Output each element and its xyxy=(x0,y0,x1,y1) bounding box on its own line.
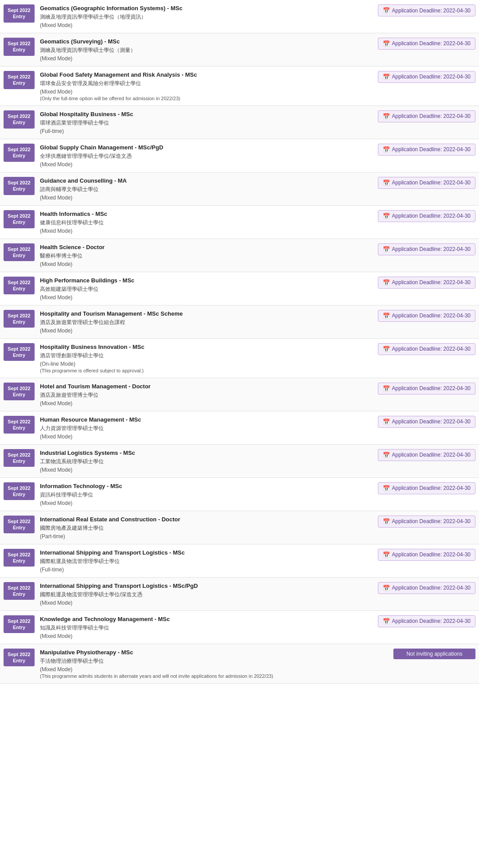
program-info: Hospitality Business Innovation - MSc酒店管… xyxy=(40,343,373,373)
program-title-zh: 手法物理治療理學碩士學位 xyxy=(40,657,389,665)
program-title-zh: 國際房地產及建築博士學位 xyxy=(40,524,373,532)
program-title-en: Information Technology - MSc xyxy=(40,482,373,490)
entry-badge: Sept 2022Entry xyxy=(4,649,35,667)
table-row: Sept 2022EntryIndustrial Logistics Syste… xyxy=(0,445,479,478)
deadline-badge: 📅Application Deadline: 2022-04-30 xyxy=(378,277,475,289)
program-mode: (Mixed Mode) xyxy=(40,261,373,267)
program-mode: (Mixed Mode) xyxy=(40,600,373,606)
program-info: Manipulative Physiotherapy - MSc手法物理治療理學… xyxy=(40,649,389,679)
entry-badge: Sept 2022Entry xyxy=(4,144,35,162)
program-title-zh: 工業物流系統理學碩士學位 xyxy=(40,458,373,465)
program-mode: (Full-time) xyxy=(40,567,373,573)
program-title-en: Global Hospitality Business - MSc xyxy=(40,110,373,118)
program-title-en: International Real Estate and Constructi… xyxy=(40,516,373,524)
program-mode: (Mixed Mode) xyxy=(40,633,373,639)
table-row: Sept 2022EntryGlobal Hospitality Busines… xyxy=(0,106,479,139)
program-title-en: Hospitality and Tourism Management - MSc… xyxy=(40,310,373,318)
program-info: Geomatics (Surveying) - MSc測繪及地理資訊學理學碩士學… xyxy=(40,38,373,62)
program-info: International Real Estate and Constructi… xyxy=(40,516,373,540)
entry-badge: Sept 2022Entry xyxy=(4,277,35,295)
program-info: Global Food Safety Management and Risk A… xyxy=(40,71,373,101)
calendar-icon: 📅 xyxy=(383,146,390,153)
deadline-badge: 📅Application Deadline: 2022-04-30 xyxy=(378,144,475,156)
calendar-icon: 📅 xyxy=(383,452,390,458)
deadline-badge: 📅Application Deadline: 2022-04-30 xyxy=(378,615,475,627)
deadline-badge: 📅Application Deadline: 2022-04-30 xyxy=(378,310,475,322)
deadline-badge: 📅Application Deadline: 2022-04-30 xyxy=(378,343,475,355)
calendar-icon: 📅 xyxy=(383,585,390,591)
program-title-en: Geomatics (Surveying) - MSc xyxy=(40,38,373,46)
program-title-zh: 國際航運及物流管理理學碩士學位 xyxy=(40,558,373,565)
entry-badge: Sept 2022Entry xyxy=(4,243,35,262)
program-list: Sept 2022EntryGeomatics (Geographic Info… xyxy=(0,0,479,684)
entry-badge: Sept 2022Entry xyxy=(4,310,35,328)
program-info: Knowledge and Technology Management - MS… xyxy=(40,615,373,639)
program-title-en: Global Food Safety Management and Risk A… xyxy=(40,71,373,79)
program-info: Industrial Logistics Systems - MSc工業物流系統… xyxy=(40,449,373,473)
deadline-badge: 📅Application Deadline: 2022-04-30 xyxy=(378,582,475,594)
program-title-en: Industrial Logistics Systems - MSc xyxy=(40,449,373,457)
calendar-icon: 📅 xyxy=(383,518,390,525)
calendar-icon: 📅 xyxy=(383,246,390,253)
program-title-zh: 測繪及地理資訊學理學碩士學位（地理資訊） xyxy=(40,13,373,21)
table-row: Sept 2022EntryInternational Shipping and… xyxy=(0,578,479,611)
calendar-icon: 📅 xyxy=(383,346,390,352)
program-title-zh: 環球食品安全管理及風險分析理學碩士學位 xyxy=(40,80,373,87)
program-mode: (Full-time) xyxy=(40,128,373,134)
program-title-zh: 測繪及地理資訊學理學碩士學位（測量） xyxy=(40,47,373,54)
table-row: Sept 2022EntryGlobal Supply Chain Manage… xyxy=(0,139,479,172)
program-title-zh: 國際航運及物流管理理學碩士學位/深造文憑 xyxy=(40,591,373,598)
program-info: High Performance Buildings - MSc高效能建築理學碩… xyxy=(40,277,373,301)
deadline-badge: 📅Application Deadline: 2022-04-30 xyxy=(378,549,475,561)
entry-badge: Sept 2022Entry xyxy=(4,177,35,195)
program-mode: (Mixed Mode) xyxy=(40,89,373,95)
calendar-icon: 📅 xyxy=(383,551,390,558)
program-title-zh: 全球供應鏈管理理學碩士學位/深造文憑 xyxy=(40,152,373,160)
deadline-badge: 📅Application Deadline: 2022-04-30 xyxy=(378,110,475,122)
deadline-badge: 📅Application Deadline: 2022-04-30 xyxy=(378,383,475,395)
program-title-zh: 資訊科技理學碩士學位 xyxy=(40,491,373,499)
program-title-zh: 環球酒店業管理理學碩士學位 xyxy=(40,119,373,127)
entry-badge: Sept 2022Entry xyxy=(4,38,35,56)
table-row: Sept 2022EntryKnowledge and Technology M… xyxy=(0,611,479,644)
program-title-zh: 高效能建築理學碩士學位 xyxy=(40,285,373,293)
program-title-en: International Shipping and Transport Log… xyxy=(40,549,373,557)
program-mode: (Mixed Mode) xyxy=(40,55,373,62)
table-row: Sept 2022EntryGeomatics (Geographic Info… xyxy=(0,0,479,33)
program-title-en: Health Informatics - MSc xyxy=(40,210,373,218)
table-row: Sept 2022EntryHospitality and Tourism Ma… xyxy=(0,305,479,339)
program-title-zh: 酒店及旅遊管理博士學位 xyxy=(40,391,373,399)
program-info: Information Technology - MSc資訊科技理學碩士學位(M… xyxy=(40,482,373,506)
calendar-icon: 📅 xyxy=(383,74,390,80)
program-mode: (Mixed Mode) xyxy=(40,500,373,506)
program-info: Health Informatics - MSc健康信息科技理學碩士學位(Mix… xyxy=(40,210,373,234)
program-mode: (On-line Mode) xyxy=(40,361,373,367)
entry-badge: Sept 2022Entry xyxy=(4,615,35,633)
program-info: Health Science - Doctor醫療科學博士學位(Mixed Mo… xyxy=(40,243,373,267)
calendar-icon: 📅 xyxy=(383,180,390,186)
calendar-icon: 📅 xyxy=(383,213,390,219)
program-info: Global Hospitality Business - MSc環球酒店業管理… xyxy=(40,110,373,134)
program-info: Global Supply Chain Management - MSc/PgD… xyxy=(40,144,373,168)
table-row: Sept 2022EntryGuidance and Counselling -… xyxy=(0,172,479,206)
deadline-badge: 📅Application Deadline: 2022-04-30 xyxy=(378,243,475,255)
program-mode: (Mixed Mode) xyxy=(40,666,389,673)
no-application-badge: Not inviting applications xyxy=(393,649,475,659)
program-mode: (Mixed Mode) xyxy=(40,400,373,407)
entry-badge: Sept 2022Entry xyxy=(4,210,35,228)
calendar-icon: 📅 xyxy=(383,40,390,47)
program-title-en: Human Resource Management - MSc xyxy=(40,416,373,424)
program-mode: (Mixed Mode) xyxy=(40,228,373,234)
calendar-icon: 📅 xyxy=(383,313,390,319)
table-row: Sept 2022EntryGlobal Food Safety Managem… xyxy=(0,66,479,106)
entry-badge: Sept 2022Entry xyxy=(4,549,35,567)
deadline-badge: 📅Application Deadline: 2022-04-30 xyxy=(378,71,475,83)
program-info: Guidance and Counselling - MA諮商與輔導文學碩士學位… xyxy=(40,177,373,201)
program-title-en: Hospitality Business Innovation - MSc xyxy=(40,343,373,351)
program-mode: (Mixed Mode) xyxy=(40,434,373,440)
entry-badge: Sept 2022Entry xyxy=(4,482,35,500)
program-mode: (Part-time) xyxy=(40,533,373,540)
deadline-badge: 📅Application Deadline: 2022-04-30 xyxy=(378,482,475,494)
program-title-en: High Performance Buildings - MSc xyxy=(40,277,373,285)
program-title-zh: 知識及科技管理理學碩士學位 xyxy=(40,624,373,632)
